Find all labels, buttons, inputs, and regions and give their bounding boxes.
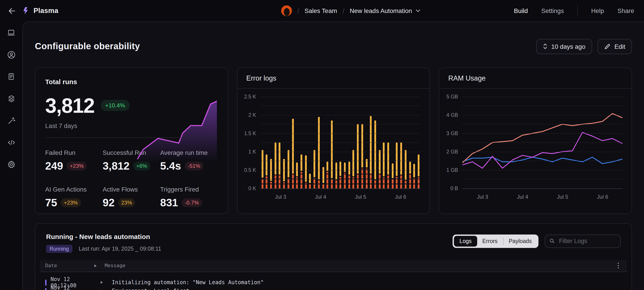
breadcrumb-separator: / <box>342 7 344 15</box>
stat-value: 92 <box>103 196 114 209</box>
column-date[interactable]: Date <box>45 263 94 269</box>
x-tick-label: Jul 4 <box>300 194 340 200</box>
log-row[interactable]: Nov 12 00:12:00Initializing automation: … <box>45 278 622 287</box>
error-bar <box>318 117 320 188</box>
column-message[interactable]: Message <box>105 263 615 269</box>
tab-payloads[interactable]: Payloads <box>503 236 537 247</box>
card-divider <box>45 137 218 138</box>
gridline <box>260 161 420 161</box>
error-bar <box>361 124 363 188</box>
brand[interactable]: Plasma <box>22 7 58 15</box>
log-message: Environment: Local-first <box>112 288 190 290</box>
y-tick-label: 1 K <box>248 149 256 154</box>
nav-help[interactable]: Help <box>591 7 604 14</box>
stat-value: 3,812 <box>103 160 130 172</box>
tab-errors[interactable]: Errors <box>477 236 503 247</box>
error-logs-plot <box>260 97 420 188</box>
y-tick-label: 2 GB <box>446 149 458 154</box>
edit-button[interactable]: Edit <box>598 39 632 54</box>
up-down-chevrons-icon <box>543 44 547 50</box>
breadcrumb-separator: / <box>297 7 299 15</box>
ram-usage-title: RAM Usage <box>448 74 622 82</box>
stat-label: Triggers Fired <box>160 186 218 193</box>
tab-divider <box>503 238 503 245</box>
x-tick-label: Jul 3 <box>463 194 503 200</box>
gridline <box>260 170 420 170</box>
log-date: Nov 12 00:12:00 <box>50 285 99 290</box>
brand-name: Plasma <box>34 7 58 15</box>
filter-logs-field[interactable] <box>545 234 621 248</box>
y-tick-label: 3 GB <box>446 131 458 136</box>
error-bar <box>326 162 328 188</box>
log-row[interactable]: Nov 12 00:12:00Environment: Local-first <box>45 287 622 290</box>
ram-usage-plot <box>463 97 622 188</box>
x-tick-label: Jul 3 <box>260 194 300 200</box>
topbar-nav: Build Settings Help Share <box>514 5 644 17</box>
gear-icon <box>7 160 16 168</box>
log-row-accent-bar <box>45 288 46 290</box>
x-tick-label: Jul 5 <box>340 194 380 200</box>
gridline <box>463 143 622 143</box>
gridline <box>260 188 420 189</box>
search-icon <box>550 238 554 244</box>
sidebar-item-code[interactable] <box>5 137 17 148</box>
error-bar <box>348 162 350 188</box>
ram-usage-y-axis: 5 GB4 GB3 GB2 GB1 GB0 B <box>440 97 463 188</box>
error-bar <box>279 143 281 188</box>
total-runs-value: 3,812 <box>45 94 94 118</box>
sidebar-item-settings[interactable] <box>5 158 17 170</box>
gridline <box>463 115 622 115</box>
gridline <box>260 106 420 106</box>
user-circle-icon <box>7 50 16 59</box>
log-table: Date Message ⋮ Nov 12 00:12:00Initializi… <box>40 260 627 290</box>
avatar[interactable] <box>281 5 292 16</box>
total-runs-sparkline <box>137 98 217 162</box>
play-icon[interactable] <box>100 281 103 284</box>
sidebar-item-ai-tools[interactable] <box>5 115 17 126</box>
kebab-menu-icon[interactable]: ⋮ <box>615 262 622 269</box>
error-bar <box>366 159 368 188</box>
stat-value: 831 <box>160 196 178 209</box>
y-tick-label: 5 GB <box>446 94 458 99</box>
time-range-button[interactable]: 10 days ago <box>536 39 592 54</box>
topbar: Plasma / Sales Team / New leads Automati… <box>0 0 644 22</box>
error-bar <box>357 124 359 188</box>
gridline <box>463 106 622 106</box>
breadcrumb-automation[interactable]: New leads Automation <box>350 7 420 14</box>
error-bar <box>353 150 354 188</box>
gridline <box>463 188 622 189</box>
stat-label: Failed Run <box>45 149 103 156</box>
log-tab-group: Logs Errors Payloads <box>453 234 538 248</box>
sidebar-item-account[interactable] <box>5 49 17 60</box>
pencil-icon <box>604 43 610 50</box>
gridline <box>463 170 622 170</box>
sidebar-item-layers[interactable] <box>5 93 17 104</box>
error-bar <box>331 120 333 188</box>
sidebar-item-desktop[interactable] <box>5 27 17 39</box>
tab-logs[interactable]: Logs <box>454 236 477 247</box>
breadcrumb-team[interactable]: Sales Team <box>304 7 337 14</box>
error-bar <box>314 150 315 188</box>
main-content: Configurable oberability 10 days ago Edi… <box>22 22 644 290</box>
nav-settings[interactable]: Settings <box>541 7 564 14</box>
layers-icon <box>7 94 16 103</box>
topbar-divider <box>577 5 578 17</box>
nav-share[interactable]: Share <box>618 7 634 14</box>
error-bar <box>378 150 380 188</box>
nav-build[interactable]: Build <box>514 7 528 14</box>
stat-item: Failed Run249+23% <box>45 149 103 172</box>
gridline <box>463 152 622 152</box>
gridline <box>260 97 420 97</box>
total-runs-card: Total runs 3,812 +10.4% Last 7 days <box>35 68 228 214</box>
stat-item: AI Gen Actions75+23% <box>45 186 103 209</box>
filter-logs-input[interactable] <box>558 237 616 245</box>
error-bar <box>335 163 337 188</box>
back-button[interactable] <box>8 8 16 14</box>
sidebar-item-docs[interactable] <box>5 71 17 82</box>
breadcrumb: / Sales Team / New leads Automation <box>281 5 420 16</box>
error-bar <box>283 159 285 188</box>
y-tick-label: 0 B <box>450 186 458 191</box>
gridline <box>260 115 420 115</box>
stat-item: Active Flows9223% <box>103 186 160 209</box>
error-logs-title: Error logs <box>246 74 420 82</box>
